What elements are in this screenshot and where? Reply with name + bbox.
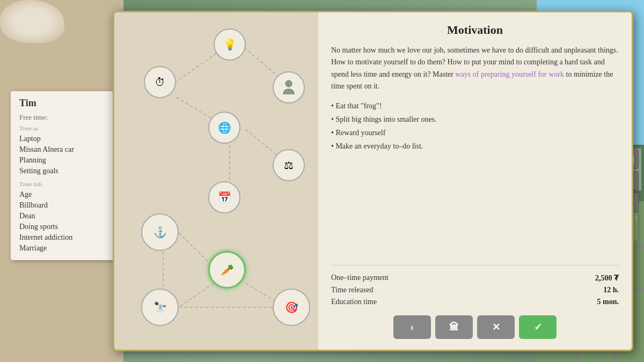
skill-node-calendar[interactable]: 📅 — [208, 181, 240, 213]
free-time-section-label: Free time: — [19, 113, 115, 122]
skill-node-clock[interactable]: ⏱ — [144, 66, 176, 98]
modal-description: No matter how much we love our job, some… — [331, 45, 619, 258]
skill-node-carrot[interactable]: 🥕 — [208, 251, 246, 289]
list-item-marriage[interactable]: Marriage — [19, 243, 115, 254]
list-item-age[interactable]: Age — [19, 189, 115, 200]
list-item-setting-goals[interactable]: Setting goals — [19, 166, 115, 176]
close-button[interactable]: ✕ — [477, 315, 515, 339]
bullet-list: • Eat that "frog"! • Split big things in… — [331, 99, 619, 153]
list-item-planning[interactable]: Planning — [19, 155, 115, 166]
skill-node-binoculars[interactable]: 🔭 — [141, 289, 179, 326]
skill-node-scales[interactable]: ⚖ — [273, 149, 305, 181]
list-item-dean[interactable]: Dean — [19, 211, 115, 221]
stat-value-payment: 2,500 ₮ — [595, 274, 619, 283]
side-panel-title: Tim — [19, 98, 115, 109]
svg-line-6 — [179, 283, 214, 307]
list-item-doing-sports[interactable]: Doing sports — [19, 221, 115, 232]
confirm-button[interactable]: ✓ — [519, 315, 557, 339]
list-item-laptop[interactable]: Laptop — [19, 134, 115, 144]
stat-value-time-released: 12 h. — [603, 286, 619, 294]
svg-point-10 — [286, 80, 292, 87]
list-item-internet-addiction[interactable]: Internet addiction — [19, 232, 115, 243]
stat-label-education-time: Education time — [331, 298, 377, 306]
stat-row-time-released: Time released 12 h. — [331, 284, 619, 296]
skill-tree-panel: .dash { stroke: #aaa; stroke-width: 1.5;… — [114, 12, 318, 350]
skill-node-person[interactable] — [273, 71, 305, 104]
skill-node-globe[interactable]: 🌐 — [208, 112, 240, 144]
skill-node-lightbulb[interactable]: 💡 — [214, 28, 246, 61]
back-button[interactable]: ‹ — [393, 315, 431, 339]
info-panel: Motivation No matter how much we love ou… — [318, 12, 632, 350]
side-panel: Tim Free time: Time as Laptop Missan Aln… — [11, 91, 123, 260]
bullet-item-3: • Reward yourself — [331, 126, 619, 139]
time-liabilities-label: Time liab — [19, 181, 115, 187]
list-item-missan[interactable]: Missan Alnera car — [19, 144, 115, 155]
skill-node-dartboard[interactable]: 🎯 — [273, 289, 310, 326]
modal-dialog: .dash { stroke: #aaa; stroke-width: 1.5;… — [113, 11, 633, 351]
free-time-items: Laptop Missan Alnera car Planning Settin… — [19, 134, 115, 176]
modal-title: Motivation — [331, 23, 619, 37]
action-buttons: ‹ 🏛 ✕ ✓ — [331, 315, 619, 339]
bullet-item-2: • Split big things into smaller ones. — [331, 113, 619, 126]
skill-node-anchor[interactable]: ⚓ — [141, 213, 179, 251]
liabilities-items: Age Billboard Dean Doing sports Internet… — [19, 189, 115, 254]
stats-section: One–time payment 2,500 ₮ Time released 1… — [331, 265, 619, 308]
bullet-item-1: • Eat that "frog"! — [331, 99, 619, 113]
svg-line-5 — [179, 233, 214, 267]
list-item-billboard[interactable]: Billboard — [19, 200, 115, 211]
stat-label-payment: One–time payment — [331, 274, 389, 283]
time-assets-label: Time as — [19, 125, 115, 131]
info-button[interactable]: 🏛 — [435, 315, 473, 339]
stat-row-payment: One–time payment 2,500 ₮ — [331, 272, 619, 284]
stat-row-education-time: Education time 5 mon. — [331, 296, 619, 308]
bullet-item-4: • Make an everyday to–do list. — [331, 139, 619, 153]
stat-label-time-released: Time released — [331, 286, 373, 294]
description-link[interactable]: ways of preparing yourself for work — [455, 70, 564, 78]
stat-value-education-time: 5 mon. — [597, 298, 619, 306]
